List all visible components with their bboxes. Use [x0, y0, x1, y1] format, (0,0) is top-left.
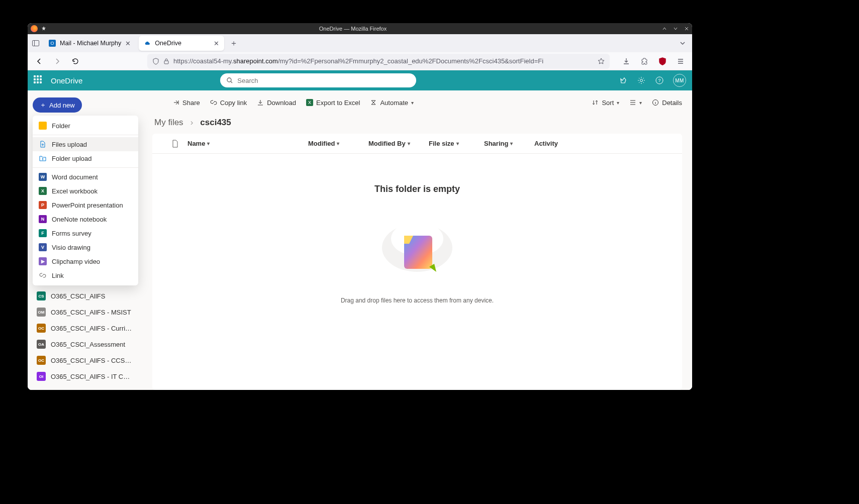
column-name[interactable]: Name▾ — [187, 140, 308, 147]
word-icon: W — [39, 173, 47, 181]
chevron-down-icon: ▾ — [456, 141, 459, 146]
app-menu-button[interactable] — [674, 55, 687, 68]
avatar[interactable]: MM — [673, 74, 686, 87]
sort-button[interactable]: Sort▾ — [592, 99, 619, 107]
premium-icon[interactable] — [619, 76, 628, 85]
svg-text:O: O — [50, 41, 54, 46]
menu-item-clipchamp[interactable]: ▶Clipchamp video — [33, 254, 138, 268]
add-new-button[interactable]: ＋ Add new — [33, 97, 82, 113]
site-icon: OM — [37, 308, 46, 317]
menu-item-folder[interactable]: Folder — [33, 119, 138, 133]
column-modified[interactable]: Modified▾ — [308, 140, 368, 147]
site-icon: CS — [37, 291, 46, 300]
left-nav: ＋ Add new Folder Files upload Folder upl… — [28, 90, 142, 390]
breadcrumb-current: csci435 — [200, 118, 231, 128]
search-input[interactable] — [237, 77, 410, 84]
menu-item-forms[interactable]: FForms survey — [33, 226, 138, 240]
window-minimize-button[interactable] — [659, 23, 670, 34]
menu-item-word[interactable]: WWord document — [33, 170, 138, 184]
svg-rect-0 — [33, 41, 39, 46]
sidebar-item-sharepoint-0[interactable]: CSO365_CSCI_AllFS — [33, 289, 137, 303]
close-icon[interactable]: ✕ — [214, 40, 219, 47]
view-options-button[interactable]: ▾ — [629, 99, 642, 106]
search-icon — [226, 77, 233, 84]
sidebar-item-sharepoint-1[interactable]: OMO365_CSCI_AllFS - MSIST — [33, 306, 137, 319]
chevron-down-icon: ▾ — [337, 141, 339, 146]
shield-icon[interactable] — [152, 58, 159, 65]
url-text: https://coastal54-my.sharepoint.com/my?i… — [173, 57, 594, 65]
sidebar-item-sharepoint-4[interactable]: OCO365_CSCI_AllFS - CCSCSE2… — [33, 354, 137, 367]
menu-item-link[interactable]: Link — [33, 268, 138, 282]
column-headers: Name▾ Modified▾ Modified By▾ File size▾ … — [152, 134, 682, 154]
lock-icon[interactable] — [163, 58, 169, 65]
clipchamp-icon: ▶ — [39, 257, 47, 265]
column-activity[interactable]: Activity — [534, 140, 580, 147]
close-icon[interactable]: ✕ — [125, 40, 131, 47]
main-content: Share Copy link Download XExport to Exce… — [142, 90, 692, 390]
details-button[interactable]: Details — [652, 99, 682, 107]
menu-item-folder-upload[interactable]: Folder upload — [33, 151, 138, 165]
export-excel-button[interactable]: XExport to Excel — [306, 99, 360, 107]
menu-item-files-upload[interactable]: Files upload — [33, 137, 138, 151]
empty-state: This folder is empty — [152, 154, 682, 390]
window-maximize-button[interactable] — [670, 23, 681, 34]
share-button[interactable]: Share — [172, 99, 200, 107]
menu-item-excel[interactable]: XExcel workbook — [33, 184, 138, 198]
download-button[interactable]: Download — [257, 99, 296, 107]
new-tab-button[interactable]: ＋ — [227, 37, 240, 50]
chevron-right-icon: › — [190, 118, 194, 128]
svg-rect-4 — [164, 61, 168, 64]
column-modified-by[interactable]: Modified By▾ — [368, 140, 429, 147]
svg-text:X: X — [308, 100, 311, 105]
file-listing: Name▾ Modified▾ Modified By▾ File size▾ … — [152, 134, 682, 390]
help-icon[interactable]: ? — [655, 76, 664, 85]
column-sharing[interactable]: Sharing▾ — [484, 140, 534, 147]
window-titlebar: OneDrive — Mozilla Firefox — [28, 23, 692, 34]
svg-point-7 — [640, 79, 643, 82]
navigation-toolbar: https://coastal54-my.sharepoint.com/my?i… — [28, 52, 692, 70]
downloads-button[interactable] — [620, 55, 633, 68]
bookmark-star-icon[interactable] — [598, 58, 605, 65]
reload-button[interactable] — [69, 55, 82, 68]
excel-icon: X — [39, 187, 47, 195]
copy-link-button[interactable]: Copy link — [210, 99, 247, 107]
window-close-button[interactable] — [681, 23, 692, 34]
app-launcher-icon[interactable] — [34, 75, 44, 85]
chevron-down-icon: ▾ — [617, 100, 619, 106]
tab-label: Mail - Michael Murphy — [60, 40, 121, 47]
site-icon: OC — [37, 324, 46, 333]
column-file-icon — [162, 140, 187, 148]
suite-bar: OneDrive ? MM — [28, 70, 692, 90]
forward-button[interactable] — [51, 55, 64, 68]
back-button[interactable] — [33, 55, 46, 68]
breadcrumb-root[interactable]: My files — [154, 118, 183, 128]
add-new-menu: Folder Files upload Folder upload WWord … — [33, 116, 138, 285]
sidebar-toggle-icon[interactable] — [31, 38, 41, 48]
chevron-down-icon: ▾ — [639, 100, 642, 106]
sidebar-item-sharepoint-2[interactable]: OCO365_CSCI_AllFS - Curriculu… — [33, 322, 137, 335]
add-new-label: Add new — [49, 102, 75, 109]
breadcrumb: My files › csci435 — [142, 115, 692, 134]
menu-item-onenote[interactable]: NOneNote notebook — [33, 212, 138, 226]
site-icon: OI — [37, 372, 46, 381]
outlook-icon: O — [49, 40, 56, 47]
menu-item-visio[interactable]: VVisio drawing — [33, 240, 138, 254]
sidebar-item-sharepoint-5[interactable]: OIO365_CSCI_AllFS - IT Curricu… — [33, 370, 137, 383]
sidebar-item-sharepoint-3[interactable]: OAO365_CSCI_Assessment — [33, 338, 137, 351]
gear-icon[interactable] — [637, 76, 646, 85]
tab-onedrive[interactable]: OneDrive ✕ — [139, 36, 224, 51]
extensions-button[interactable] — [638, 55, 651, 68]
ublock-icon[interactable] — [656, 55, 669, 68]
url-bar[interactable]: https://coastal54-my.sharepoint.com/my?i… — [147, 54, 610, 69]
link-icon — [39, 271, 47, 279]
chevron-down-icon: ▾ — [408, 141, 410, 146]
menu-item-powerpoint[interactable]: PPowerPoint presentation — [33, 198, 138, 212]
tab-mail[interactable]: O Mail - Michael Murphy ✕ — [44, 36, 136, 51]
pin-icon[interactable] — [41, 26, 47, 32]
automate-button[interactable]: Automate▾ — [370, 99, 414, 107]
column-file-size[interactable]: File size▾ — [429, 140, 484, 147]
list-tabs-button[interactable] — [676, 37, 689, 50]
search-box[interactable] — [220, 73, 416, 87]
product-name[interactable]: OneDrive — [51, 76, 82, 85]
tab-strip: O Mail - Michael Murphy ✕ OneDrive ✕ ＋ — [28, 34, 692, 52]
